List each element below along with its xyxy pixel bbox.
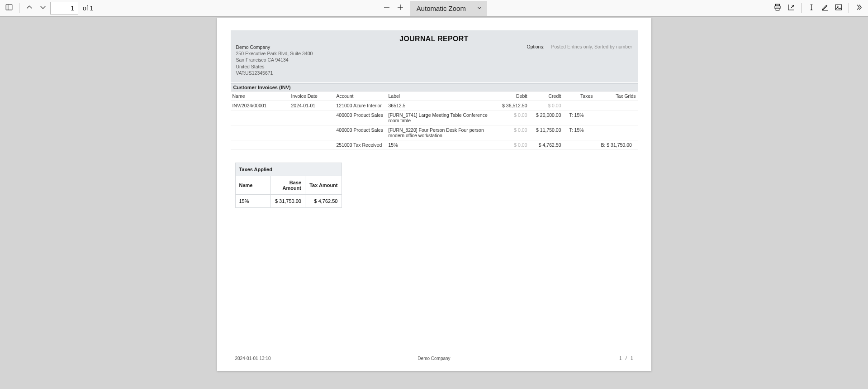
report-options: Options: Posted Entries only, Sorted by …: [526, 44, 632, 49]
chevrons-right-icon: [855, 3, 863, 13]
journal-header-row: Name Invoice Date Account Label Debit Cr…: [231, 91, 638, 101]
print-button[interactable]: [771, 2, 784, 14]
svg-rect-10: [835, 5, 842, 10]
footer-company: Demo Company: [235, 356, 633, 361]
more-tools-button[interactable]: [853, 2, 865, 14]
image-tool-button[interactable]: [832, 2, 845, 14]
zoom-select-label: Automatic Zoom: [417, 5, 466, 12]
report-title: JOURNAL REPORT: [236, 35, 632, 43]
col-taxes: Taxes: [563, 91, 595, 101]
toolbar-separator: [849, 3, 849, 13]
taxcol-base: Base Amount: [271, 176, 305, 194]
cell-taxes: [563, 101, 595, 110]
zoom-out-button[interactable]: [380, 2, 393, 14]
document-viewport[interactable]: JOURNAL REPORT Demo Company 250 Executiv…: [0, 17, 868, 389]
cell-credit: $ 4,762.50: [529, 140, 563, 149]
svg-rect-0: [6, 5, 12, 10]
col-credit: Credit: [529, 91, 563, 101]
download-button[interactable]: [785, 2, 797, 14]
cell-label: 36512.5: [387, 101, 495, 110]
pdf-toolbar: of 1 Automatic Zoom: [0, 0, 868, 17]
journal-line: INV/2024/00001 2024-01-01 121000 Azure I…: [231, 101, 638, 110]
cell-tax-grids: [595, 101, 638, 110]
toolbar-separator: [801, 3, 802, 13]
cell-tax-grids: [595, 110, 638, 125]
tax-base: $ 31,750.00: [271, 194, 305, 207]
text-cursor-icon: [807, 3, 816, 13]
prev-page-button[interactable]: [23, 2, 36, 14]
taxcol-name: Name: [236, 176, 271, 194]
zoom-select[interactable]: Automatic Zoom: [410, 1, 487, 16]
next-page-button[interactable]: [37, 2, 49, 14]
taxcol-tax: Tax Amount: [305, 176, 342, 194]
journal-section-header: Customer Invoices (INV): [231, 83, 638, 91]
cell-debit: $ 36,512.50: [495, 101, 529, 110]
cell-tax-grids: B: $ 31,750.00: [595, 140, 638, 149]
cell-debit: $ 0.00: [495, 125, 529, 140]
tax-name: 15%: [236, 194, 271, 207]
report-header: JOURNAL REPORT Demo Company 250 Executiv…: [231, 30, 638, 82]
plus-icon: [396, 3, 404, 13]
col-tax-grids: Tax Grids: [595, 91, 638, 101]
col-debit: Debit: [495, 91, 529, 101]
minus-icon: [383, 3, 391, 13]
cell-account: 400000 Product Sales: [335, 125, 387, 140]
sidebar-icon: [5, 3, 13, 13]
svg-rect-7: [776, 8, 779, 10]
toolbar-left-group: of 1: [3, 2, 96, 14]
text-tool-button[interactable]: [805, 2, 818, 14]
col-name: Name: [231, 91, 289, 101]
page-count-label: of 1: [83, 5, 93, 12]
cell-credit: $ 11,750.00: [529, 125, 563, 140]
toolbar-center-group: Automatic Zoom: [380, 1, 487, 16]
journal-line: 251000 Tax Received 15% $ 0.00 $ 4,762.5…: [231, 140, 638, 149]
taxes-applied-box: Taxes Applied Name Base Amount Tax Amoun…: [235, 163, 342, 208]
draw-tool-button[interactable]: [819, 2, 831, 14]
sidebar-toggle-button[interactable]: [3, 2, 15, 14]
cell-account: 400000 Product Sales: [335, 110, 387, 125]
company-country: United States: [236, 63, 632, 70]
chevron-up-icon: [25, 3, 33, 13]
tax-row: 15% $ 31,750.00 $ 4,762.50: [236, 194, 342, 207]
cell-taxes: T: 15%: [563, 125, 595, 140]
company-addr1: 250 Executive Park Blvd, Suite 3400: [236, 50, 632, 57]
download-icon: [787, 3, 795, 13]
cell-credit: $ 20,000.00: [529, 110, 563, 125]
pdf-page: JOURNAL REPORT Demo Company 250 Executiv…: [217, 18, 651, 371]
cell-debit: $ 0.00: [495, 110, 529, 125]
cell-debit: $ 0.00: [495, 140, 529, 149]
image-icon: [835, 3, 843, 13]
cell-taxes: T: 15%: [563, 110, 595, 125]
cell-taxes: [563, 140, 595, 149]
options-value: Posted Entries only, Sorted by number: [551, 44, 632, 49]
svg-line-8: [791, 5, 794, 8]
company-addr2: San Francisco CA 94134: [236, 57, 632, 63]
tax-amount: $ 4,762.50: [305, 194, 342, 207]
taxes-applied-table: Name Base Amount Tax Amount 15% $ 31,750…: [236, 176, 342, 207]
taxes-applied-title: Taxes Applied: [236, 163, 342, 176]
toolbar-right-group: [771, 2, 865, 14]
zoom-in-button[interactable]: [394, 2, 407, 14]
col-account: Account: [335, 91, 387, 101]
col-label: Label: [387, 91, 495, 101]
col-invoice-date: Invoice Date: [289, 91, 335, 101]
cell-account: 121000 Azure Interior: [335, 101, 387, 110]
cell-invoice-date: 2024-01-01: [289, 101, 335, 110]
cell-label: [FURN_8220] Four Person Desk Four person…: [387, 125, 495, 140]
cell-label: 15%: [387, 140, 495, 149]
pencil-icon: [821, 3, 829, 13]
cell-account: 251000 Tax Received: [335, 140, 387, 149]
chevron-down-icon: [39, 3, 47, 13]
cell-credit: $ 0.00: [529, 101, 563, 110]
journal-table: Name Invoice Date Account Label Debit Cr…: [231, 91, 638, 150]
cell-tax-grids: [595, 125, 638, 140]
print-icon: [773, 3, 782, 13]
cell-label: [FURN_6741] Large Meeting Table Conferen…: [387, 110, 495, 125]
journal-line: 400000 Product Sales [FURN_8220] Four Pe…: [231, 125, 638, 140]
cell-name: INV/2024/00001: [231, 101, 289, 110]
toolbar-separator: [19, 3, 19, 13]
company-vat: VAT:US12345671: [236, 70, 632, 76]
options-label: Options:: [526, 44, 544, 49]
page-number-input[interactable]: [50, 2, 78, 14]
journal-line: 400000 Product Sales [FURN_6741] Large M…: [231, 110, 638, 125]
